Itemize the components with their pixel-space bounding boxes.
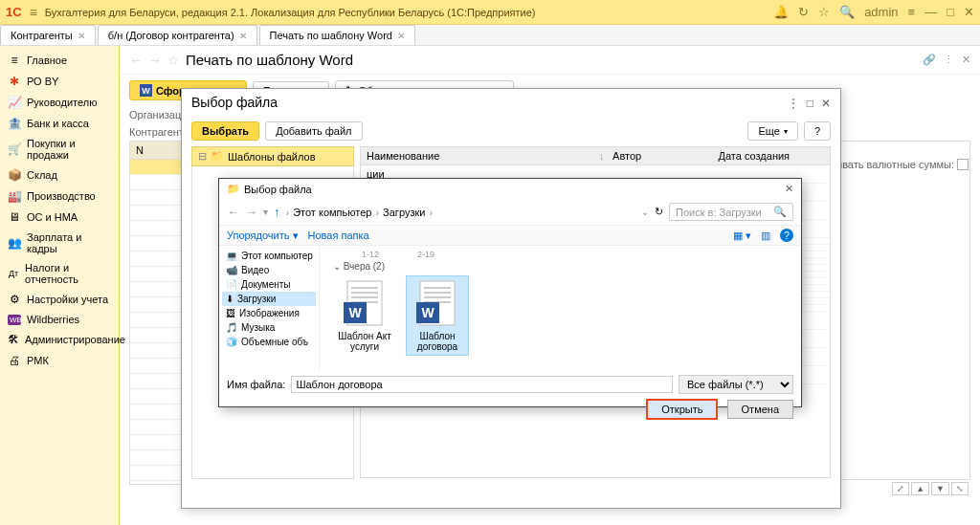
add-file-button[interactable]: Добавить файл [265, 121, 362, 141]
filename-input[interactable] [291, 376, 673, 393]
grid-nav-up[interactable]: ▲ [911, 482, 929, 495]
tree-item[interactable]: 🖼Изображения [222, 306, 316, 320]
nav-back-icon[interactable]: ← [227, 205, 239, 219]
tab-contragents[interactable]: Контрагенты✕ [0, 25, 96, 45]
tree-item[interactable]: 🧊Объемные объ [222, 335, 316, 349]
logo: 1С [6, 5, 22, 19]
table-header: Наименование↓АвторДата создания [360, 146, 831, 165]
tree-item[interactable]: 📄Документы [222, 277, 316, 292]
dialog-close-icon[interactable]: ✕ [785, 183, 793, 195]
more-icon[interactable]: ⋮ [944, 54, 954, 66]
fav-icon[interactable]: ☆ [167, 53, 180, 68]
file-item[interactable]: WШаблон договора [406, 275, 469, 356]
modal-more-icon[interactable]: ⋮ [788, 97, 799, 110]
sidebar-item-assets[interactable]: 🖥ОС и НМА [0, 207, 119, 228]
os-file-dialog: 📁 Выбор файла ✕ ← → ▾ ↑ ›Этот компьютер›… [218, 178, 802, 407]
history-icon[interactable]: ↻ [798, 5, 809, 19]
pc-icon: 🖥 [8, 210, 21, 224]
breadcrumb[interactable]: ›Этот компьютер›Загрузки› [286, 207, 636, 218]
folder-tree: 💻Этот компьютер📹Видео📄Документы⬇Загрузки… [219, 246, 320, 370]
select-button[interactable]: Выбрать [191, 121, 259, 141]
more-button[interactable]: Еще ▾ [747, 121, 797, 141]
new-folder-button[interactable]: Новая папка [308, 230, 369, 241]
chart-icon: 📈 [8, 96, 21, 109]
open-button[interactable]: Открыть [646, 399, 718, 420]
sidebar-item-production[interactable]: 🏭Производство [0, 186, 119, 207]
view-menu[interactable]: ▦ ▾ [733, 230, 751, 242]
tree-item[interactable]: 💻Этот компьютер [222, 249, 316, 263]
dropdown-icon[interactable]: ⌄ [641, 207, 649, 217]
sidebar-item-manager[interactable]: 📈Руководителю [0, 92, 119, 113]
settings-icon[interactable]: ≡ [908, 5, 916, 19]
tab-print-word[interactable]: Печать по шаблону Word✕ [259, 25, 415, 45]
sidebar-item-main[interactable]: ≡Главное [0, 50, 119, 71]
svg-rect-2 [351, 292, 378, 294]
nav-up-icon[interactable]: ↑ [274, 205, 280, 219]
help-icon[interactable]: ? [780, 229, 793, 242]
nav-back-icon[interactable]: ← [129, 53, 143, 68]
grid-nav-first[interactable]: ⤢ [892, 482, 909, 495]
sidebar-item-roby[interactable]: ✱РО BY [0, 71, 119, 92]
titlebar: 1С ≡ Бухгалтерия для Беларуси, редакция … [0, 0, 980, 25]
close-icon[interactable]: ✕ [964, 5, 974, 19]
nav-fwd-icon[interactable]: → [148, 53, 162, 68]
modal-close-icon[interactable]: ✕ [821, 97, 831, 110]
tree-item[interactable]: 📹Видео [222, 263, 316, 277]
search-input[interactable]: Поиск в: Загрузки🔍 [669, 203, 793, 221]
tab-contract[interactable]: б/н (Договор контрагента)✕ [98, 25, 257, 45]
nav-hist-icon[interactable]: ▾ [263, 207, 268, 217]
sidebar-item-admin[interactable]: 🛠Администрирование [0, 329, 119, 350]
file-item[interactable]: WШаблон Акт услуги [333, 275, 396, 356]
modal-title: Выбор файла [191, 95, 278, 110]
nav-fwd-icon[interactable]: → [245, 205, 257, 219]
app-title: Бухгалтерия для Беларуси, редакция 2.1. … [45, 7, 773, 18]
group-label: ⌄ Вчера (2) [323, 259, 797, 273]
bell-icon[interactable]: 🔔 [773, 5, 789, 19]
tab-close-icon[interactable]: ✕ [397, 31, 405, 41]
counter-label: Контрагент: [129, 126, 187, 138]
cancel-button[interactable]: Отмена [727, 400, 793, 419]
cart-icon: 🛒 [8, 142, 21, 156]
grid-nav-down[interactable]: ▼ [931, 482, 949, 495]
print-icon: 🖨 [8, 354, 21, 367]
svg-rect-3 [351, 296, 378, 298]
maximize-icon[interactable]: □ [947, 5, 954, 19]
svg-rect-8 [424, 287, 451, 289]
page-close-icon[interactable]: ✕ [962, 54, 970, 66]
svg-rect-10 [424, 296, 451, 298]
word-icon: W [140, 84, 152, 97]
search-icon[interactable]: 🔍 [839, 5, 855, 19]
sidebar-item-sales[interactable]: 🛒Покупки и продажи [0, 134, 119, 164]
organize-menu[interactable]: Упорядочить ▾ [227, 230, 299, 242]
menu-icon[interactable]: ≡ [30, 5, 37, 20]
user-label[interactable]: admin [864, 5, 898, 19]
tree-item[interactable]: 🎵Музыка [222, 320, 316, 335]
star-icon[interactable]: ☆ [818, 5, 830, 19]
folder-icon: 📁 [227, 183, 240, 195]
preview-icon[interactable]: ▥ [761, 230, 770, 242]
sidebar-item-bank[interactable]: 🏦Банк и касса [0, 113, 119, 134]
modal-max-icon[interactable]: □ [807, 97, 813, 110]
svg-rect-1 [351, 287, 378, 289]
people-icon: 👥 [8, 236, 21, 250]
help-button[interactable]: ? [804, 121, 831, 141]
sidebar-item-salary[interactable]: 👥Зарплата и кадры [0, 228, 119, 258]
minimize-icon[interactable]: — [924, 5, 937, 19]
wb-icon: WB [8, 315, 21, 325]
tab-close-icon[interactable]: ✕ [78, 31, 85, 41]
link-icon[interactable]: 🔗 [923, 54, 936, 66]
sidebar-item-settings[interactable]: ⚙Настройки учета [0, 289, 119, 310]
sidebar-item-taxes[interactable]: ДтНалоги и отчетность [0, 258, 119, 289]
dialog-title: Выбор файла [244, 184, 312, 195]
refresh-icon[interactable]: ↻ [655, 206, 663, 218]
sidebar-item-wb[interactable]: WBWildberries [0, 310, 119, 329]
sidebar-item-warehouse[interactable]: 📦Склад [0, 164, 119, 186]
tree-root[interactable]: ⊟📁Шаблоны файлов [191, 146, 354, 166]
folder-icon: 📁 [211, 150, 224, 163]
sidebar: ≡Главное ✱РО BY 📈Руководителю 🏦Банк и ка… [0, 46, 120, 525]
tab-close-icon[interactable]: ✕ [239, 31, 247, 41]
sidebar-item-rmk[interactable]: 🖨РМК [0, 350, 119, 371]
file-filter-select[interactable]: Все файлы (*.*) [679, 375, 793, 394]
grid-nav-last[interactable]: ⤡ [951, 482, 969, 495]
tree-item[interactable]: ⬇Загрузки [222, 292, 316, 306]
